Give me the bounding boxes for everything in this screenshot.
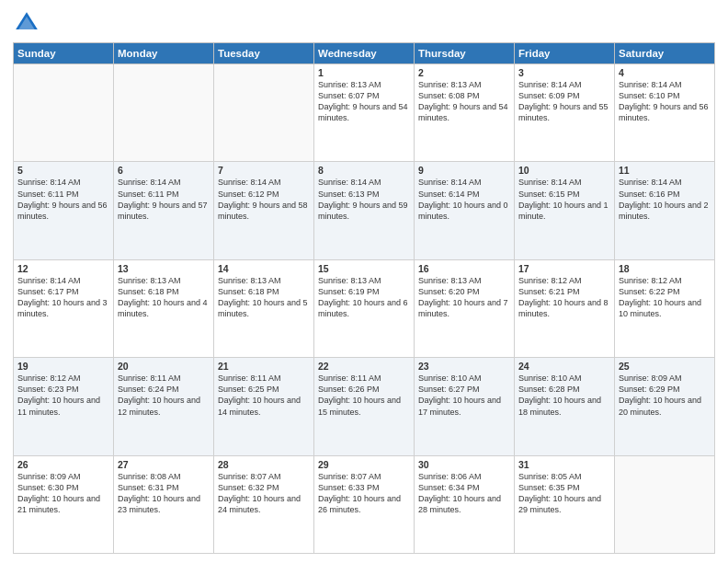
day-cell: 20Sunrise: 8:11 AM Sunset: 6:24 PM Dayli… <box>114 358 214 455</box>
day-number: 3 <box>518 67 610 78</box>
day-info: Sunrise: 8:09 AM Sunset: 6:30 PM Dayligh… <box>17 471 109 516</box>
day-number: 28 <box>218 459 310 470</box>
day-cell: 28Sunrise: 8:07 AM Sunset: 6:32 PM Dayli… <box>214 455 314 553</box>
day-info: Sunrise: 8:13 AM Sunset: 6:07 PM Dayligh… <box>318 79 410 124</box>
day-cell: 1Sunrise: 8:13 AM Sunset: 6:07 PM Daylig… <box>314 64 415 162</box>
day-info: Sunrise: 8:12 AM Sunset: 6:22 PM Dayligh… <box>619 275 711 320</box>
day-cell: 9Sunrise: 8:14 AM Sunset: 6:14 PM Daylig… <box>415 162 515 259</box>
day-info: Sunrise: 8:11 AM Sunset: 6:24 PM Dayligh… <box>118 373 210 418</box>
day-cell: 27Sunrise: 8:08 AM Sunset: 6:31 PM Dayli… <box>114 455 214 553</box>
day-cell <box>615 455 715 553</box>
day-info: Sunrise: 8:14 AM Sunset: 6:14 PM Dayligh… <box>418 177 510 222</box>
week-row-4: 19Sunrise: 8:12 AM Sunset: 6:23 PM Dayli… <box>14 358 715 455</box>
day-info: Sunrise: 8:11 AM Sunset: 6:25 PM Dayligh… <box>218 373 310 418</box>
day-cell: 24Sunrise: 8:10 AM Sunset: 6:28 PM Dayli… <box>515 358 615 455</box>
day-info: Sunrise: 8:06 AM Sunset: 6:34 PM Dayligh… <box>418 471 510 516</box>
day-cell: 8Sunrise: 8:14 AM Sunset: 6:13 PM Daylig… <box>314 162 415 259</box>
day-cell: 23Sunrise: 8:10 AM Sunset: 6:27 PM Dayli… <box>415 358 515 455</box>
day-cell: 2Sunrise: 8:13 AM Sunset: 6:08 PM Daylig… <box>415 64 515 162</box>
day-info: Sunrise: 8:09 AM Sunset: 6:29 PM Dayligh… <box>619 373 711 418</box>
day-info: Sunrise: 8:05 AM Sunset: 6:35 PM Dayligh… <box>518 471 610 516</box>
day-info: Sunrise: 8:13 AM Sunset: 6:19 PM Dayligh… <box>318 275 410 320</box>
day-info: Sunrise: 8:12 AM Sunset: 6:23 PM Dayligh… <box>17 373 109 418</box>
day-info: Sunrise: 8:14 AM Sunset: 6:09 PM Dayligh… <box>518 79 610 124</box>
day-info: Sunrise: 8:08 AM Sunset: 6:31 PM Dayligh… <box>118 471 210 516</box>
day-number: 21 <box>218 361 310 372</box>
day-number: 12 <box>17 263 109 274</box>
day-number: 18 <box>619 263 711 274</box>
day-number: 6 <box>118 165 210 176</box>
header <box>13 9 715 37</box>
page: SundayMondayTuesdayWednesdayThursdayFrid… <box>0 0 728 563</box>
day-cell: 6Sunrise: 8:14 AM Sunset: 6:11 PM Daylig… <box>114 162 214 259</box>
day-number: 1 <box>318 67 410 78</box>
day-cell: 4Sunrise: 8:14 AM Sunset: 6:10 PM Daylig… <box>615 64 715 162</box>
day-info: Sunrise: 8:14 AM Sunset: 6:10 PM Dayligh… <box>619 79 711 124</box>
logo-icon <box>13 9 40 37</box>
day-number: 7 <box>218 165 310 176</box>
day-number: 25 <box>619 361 711 372</box>
day-cell: 10Sunrise: 8:14 AM Sunset: 6:15 PM Dayli… <box>515 162 615 259</box>
day-cell: 31Sunrise: 8:05 AM Sunset: 6:35 PM Dayli… <box>515 455 615 553</box>
day-number: 15 <box>318 263 410 274</box>
day-header-sunday: Sunday <box>14 43 114 64</box>
day-info: Sunrise: 8:12 AM Sunset: 6:21 PM Dayligh… <box>518 275 610 320</box>
day-cell: 15Sunrise: 8:13 AM Sunset: 6:19 PM Dayli… <box>314 259 415 357</box>
day-number: 31 <box>518 459 610 470</box>
day-number: 23 <box>418 361 510 372</box>
day-number: 2 <box>418 67 510 78</box>
day-cell: 16Sunrise: 8:13 AM Sunset: 6:20 PM Dayli… <box>415 259 515 357</box>
day-cell <box>14 64 114 162</box>
day-info: Sunrise: 8:13 AM Sunset: 6:08 PM Dayligh… <box>418 79 510 124</box>
day-cell: 13Sunrise: 8:13 AM Sunset: 6:18 PM Dayli… <box>114 259 214 357</box>
day-number: 30 <box>418 459 510 470</box>
day-cell: 5Sunrise: 8:14 AM Sunset: 6:11 PM Daylig… <box>14 162 114 259</box>
day-number: 17 <box>518 263 610 274</box>
day-info: Sunrise: 8:10 AM Sunset: 6:27 PM Dayligh… <box>418 373 510 418</box>
day-info: Sunrise: 8:14 AM Sunset: 6:13 PM Dayligh… <box>318 177 410 222</box>
day-cell: 7Sunrise: 8:14 AM Sunset: 6:12 PM Daylig… <box>214 162 314 259</box>
day-cell: 14Sunrise: 8:13 AM Sunset: 6:18 PM Dayli… <box>214 259 314 357</box>
day-info: Sunrise: 8:13 AM Sunset: 6:18 PM Dayligh… <box>118 275 210 320</box>
day-cell: 3Sunrise: 8:14 AM Sunset: 6:09 PM Daylig… <box>515 64 615 162</box>
week-row-5: 26Sunrise: 8:09 AM Sunset: 6:30 PM Dayli… <box>14 455 715 553</box>
day-cell: 29Sunrise: 8:07 AM Sunset: 6:33 PM Dayli… <box>314 455 415 553</box>
day-number: 26 <box>17 459 109 470</box>
day-cell: 17Sunrise: 8:12 AM Sunset: 6:21 PM Dayli… <box>515 259 615 357</box>
day-info: Sunrise: 8:07 AM Sunset: 6:33 PM Dayligh… <box>318 471 410 516</box>
day-number: 8 <box>318 165 410 176</box>
day-info: Sunrise: 8:13 AM Sunset: 6:20 PM Dayligh… <box>418 275 510 320</box>
day-header-saturday: Saturday <box>615 43 715 64</box>
day-number: 22 <box>318 361 410 372</box>
day-header-monday: Monday <box>114 43 214 64</box>
day-cell: 19Sunrise: 8:12 AM Sunset: 6:23 PM Dayli… <box>14 358 114 455</box>
day-cell: 18Sunrise: 8:12 AM Sunset: 6:22 PM Dayli… <box>615 259 715 357</box>
day-number: 13 <box>118 263 210 274</box>
day-number: 10 <box>518 165 610 176</box>
day-info: Sunrise: 8:10 AM Sunset: 6:28 PM Dayligh… <box>518 373 610 418</box>
day-number: 24 <box>518 361 610 372</box>
day-cell: 22Sunrise: 8:11 AM Sunset: 6:26 PM Dayli… <box>314 358 415 455</box>
day-number: 11 <box>619 165 711 176</box>
day-info: Sunrise: 8:14 AM Sunset: 6:12 PM Dayligh… <box>218 177 310 222</box>
day-info: Sunrise: 8:14 AM Sunset: 6:17 PM Dayligh… <box>17 275 109 320</box>
day-cell <box>214 64 314 162</box>
day-header-thursday: Thursday <box>415 43 515 64</box>
week-row-3: 12Sunrise: 8:14 AM Sunset: 6:17 PM Dayli… <box>14 259 715 357</box>
week-row-2: 5Sunrise: 8:14 AM Sunset: 6:11 PM Daylig… <box>14 162 715 259</box>
day-number: 27 <box>118 459 210 470</box>
day-number: 9 <box>418 165 510 176</box>
day-number: 5 <box>17 165 109 176</box>
day-info: Sunrise: 8:14 AM Sunset: 6:15 PM Dayligh… <box>518 177 610 222</box>
day-info: Sunrise: 8:07 AM Sunset: 6:32 PM Dayligh… <box>218 471 310 516</box>
day-header-wednesday: Wednesday <box>314 43 415 64</box>
day-cell: 30Sunrise: 8:06 AM Sunset: 6:34 PM Dayli… <box>415 455 515 553</box>
day-number: 19 <box>17 361 109 372</box>
day-cell: 11Sunrise: 8:14 AM Sunset: 6:16 PM Dayli… <box>615 162 715 259</box>
day-info: Sunrise: 8:14 AM Sunset: 6:11 PM Dayligh… <box>118 177 210 222</box>
day-number: 16 <box>418 263 510 274</box>
day-number: 4 <box>619 67 711 78</box>
calendar-table: SundayMondayTuesdayWednesdayThursdayFrid… <box>13 42 715 554</box>
day-cell: 21Sunrise: 8:11 AM Sunset: 6:25 PM Dayli… <box>214 358 314 455</box>
day-info: Sunrise: 8:11 AM Sunset: 6:26 PM Dayligh… <box>318 373 410 418</box>
